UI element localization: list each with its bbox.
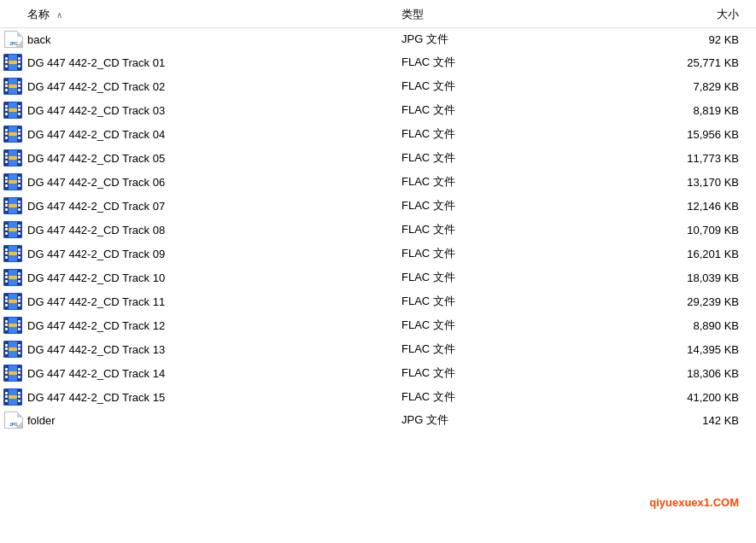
- flac-file-icon: [0, 172, 27, 191]
- flac-file-icon: [0, 364, 27, 382]
- file-size: 7,829 KB: [589, 80, 756, 93]
- table-row[interactable]: DG 447 442-2_CD Track 03FLAC 文件8,819 KB: [0, 98, 756, 122]
- table-row[interactable]: DG 447 442-2_CD Track 13FLAC 文件14,395 KB: [0, 337, 756, 361]
- file-size: 11,773 KB: [589, 152, 756, 165]
- file-type: FLAC 文件: [401, 102, 589, 118]
- table-row[interactable]: DG 447 442-2_CD Track 05FLAC 文件11,773 KB: [0, 146, 756, 170]
- file-list: JPGbackJPG 文件92 KBDG 447 442-2_CD Track …: [0, 28, 756, 431]
- flac-file-icon: [0, 196, 27, 215]
- flac-file-icon: [0, 268, 27, 287]
- table-row[interactable]: DG 447 442-2_CD Track 01FLAC 文件25,771 KB: [0, 50, 756, 74]
- table-row[interactable]: DG 447 442-2_CD Track 10FLAC 文件18,039 KB: [0, 266, 756, 289]
- file-size: 15,956 KB: [589, 128, 756, 141]
- watermark-text2: .COM: [710, 496, 739, 509]
- file-explorer: 名称 ∧ 类型 大小 JPGbackJPG 文件92 KBDG 447 442-…: [0, 0, 756, 431]
- file-type: FLAC 文件: [401, 222, 589, 237]
- file-size: 8,819 KB: [589, 104, 756, 117]
- col-header-name[interactable]: 名称 ∧: [0, 7, 401, 22]
- file-type: FLAC 文件: [401, 198, 589, 213]
- file-size: 25,771 KB: [589, 56, 756, 69]
- file-name: DG 447 442-2_CD Track 13: [27, 343, 401, 356]
- file-name: DG 447 442-2_CD Track 09: [27, 248, 401, 260]
- file-type: FLAC 文件: [401, 126, 589, 142]
- file-type: JPG 文件: [401, 412, 589, 428]
- file-size: 142 KB: [589, 414, 756, 427]
- jpg-file-icon: JPG: [0, 31, 27, 48]
- file-type: JPG 文件: [401, 32, 589, 47]
- file-name: DG 447 442-2_CD Track 14: [27, 367, 401, 380]
- flac-file-icon: [0, 220, 27, 239]
- flac-file-icon: [0, 340, 27, 359]
- table-row[interactable]: DG 447 442-2_CD Track 02FLAC 文件7,829 KB: [0, 74, 756, 98]
- table-row[interactable]: DG 447 442-2_CD Track 04FLAC 文件15,956 KB: [0, 122, 756, 146]
- file-name: DG 447 442-2_CD Track 10: [27, 272, 401, 284]
- flac-file-icon: [0, 244, 27, 263]
- file-size: 8,890 KB: [589, 319, 756, 332]
- flac-file-icon: [0, 388, 27, 406]
- watermark: qiyuexuex1.COM: [649, 496, 739, 509]
- flac-file-icon: [0, 125, 27, 143]
- flac-file-icon: [0, 101, 27, 120]
- table-row[interactable]: DG 447 442-2_CD Track 11FLAC 文件29,239 KB: [0, 289, 756, 313]
- table-row[interactable]: DG 447 442-2_CD Track 08FLAC 文件10,709 KB: [0, 218, 756, 242]
- file-size: 10,709 KB: [589, 224, 756, 236]
- table-row[interactable]: JPGfolderJPG 文件142 KB: [0, 409, 756, 431]
- file-size: 29,239 KB: [589, 295, 756, 308]
- file-type: FLAC 文件: [401, 342, 589, 357]
- file-name: DG 447 442-2_CD Track 03: [27, 104, 401, 117]
- jpg-file-icon: JPG: [0, 412, 27, 429]
- file-name: DG 447 442-2_CD Track 08: [27, 224, 401, 236]
- watermark-text1: qiyuexuex1: [649, 496, 710, 509]
- file-name: back: [27, 33, 401, 46]
- table-row[interactable]: DG 447 442-2_CD Track 07FLAC 文件12,146 KB: [0, 194, 756, 218]
- flac-file-icon: [0, 292, 27, 311]
- file-name: DG 447 442-2_CD Track 15: [27, 391, 401, 404]
- table-row[interactable]: DG 447 442-2_CD Track 14FLAC 文件18,306 KB: [0, 361, 756, 385]
- file-name: DG 447 442-2_CD Track 11: [27, 295, 401, 308]
- file-name: DG 447 442-2_CD Track 04: [27, 128, 401, 141]
- col-name-label: 名称: [27, 8, 50, 20]
- file-size: 13,170 KB: [589, 176, 756, 189]
- table-row[interactable]: JPGbackJPG 文件92 KB: [0, 28, 756, 50]
- file-name: DG 447 442-2_CD Track 02: [27, 80, 401, 93]
- col-header-type[interactable]: 类型: [401, 7, 589, 22]
- table-header: 名称 ∧ 类型 大小: [0, 0, 756, 28]
- flac-file-icon: [0, 53, 27, 72]
- file-type: FLAC 文件: [401, 150, 589, 166]
- file-type: FLAC 文件: [401, 174, 589, 190]
- file-type: FLAC 文件: [401, 270, 589, 285]
- file-size: 18,039 KB: [589, 272, 756, 284]
- file-size: 14,395 KB: [589, 343, 756, 356]
- file-type: FLAC 文件: [401, 246, 589, 261]
- file-type: FLAC 文件: [401, 389, 589, 405]
- file-name: folder: [27, 414, 401, 427]
- col-header-size[interactable]: 大小: [589, 7, 756, 22]
- sort-indicator: ∧: [56, 10, 62, 20]
- flac-file-icon: [0, 316, 27, 335]
- file-name: DG 447 442-2_CD Track 01: [27, 56, 401, 69]
- file-name: DG 447 442-2_CD Track 05: [27, 152, 401, 165]
- file-name: DG 447 442-2_CD Track 06: [27, 176, 401, 189]
- table-row[interactable]: DG 447 442-2_CD Track 06FLAC 文件13,170 KB: [0, 170, 756, 194]
- col-type-label: 类型: [401, 8, 424, 20]
- file-size: 92 KB: [589, 33, 756, 46]
- file-type: FLAC 文件: [401, 79, 589, 94]
- file-name: DG 447 442-2_CD Track 12: [27, 319, 401, 332]
- col-size-label: 大小: [717, 8, 739, 20]
- file-type: FLAC 文件: [401, 318, 589, 333]
- file-type: FLAC 文件: [401, 365, 589, 381]
- table-row[interactable]: DG 447 442-2_CD Track 12FLAC 文件8,890 KB: [0, 313, 756, 337]
- flac-file-icon: [0, 77, 27, 96]
- file-size: 41,200 KB: [589, 391, 756, 404]
- file-type: FLAC 文件: [401, 294, 589, 309]
- flac-file-icon: [0, 149, 27, 167]
- file-size: 18,306 KB: [589, 367, 756, 380]
- file-size: 16,201 KB: [589, 248, 756, 260]
- file-size: 12,146 KB: [589, 200, 756, 213]
- file-type: FLAC 文件: [401, 55, 589, 70]
- table-row[interactable]: DG 447 442-2_CD Track 09FLAC 文件16,201 KB: [0, 242, 756, 266]
- file-name: DG 447 442-2_CD Track 07: [27, 200, 401, 213]
- table-row[interactable]: DG 447 442-2_CD Track 15FLAC 文件41,200 KB: [0, 385, 756, 409]
